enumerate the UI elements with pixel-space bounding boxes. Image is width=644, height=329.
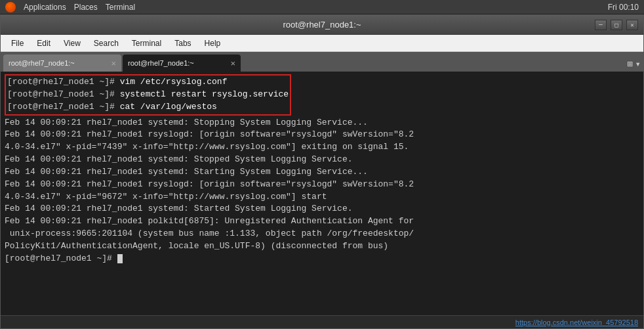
applications-menu[interactable]: Applications <box>24 3 66 12</box>
log-line-3: 4.0-34.el7" x-pid="7439" x-info="http://… <box>5 141 639 154</box>
tab-icons: ⊞ ▾ <box>627 58 641 72</box>
tab-screenshot-icon[interactable]: ⊞ <box>627 58 632 69</box>
terminal-body[interactable]: [root@rhel7_node1 ~]# vim /etc/rsyslog.c… <box>1 72 643 315</box>
log-line-2: Feb 14 00:09:21 rhel7_node1 rsyslogd: [o… <box>5 129 639 141</box>
log-line-4: Feb 14 00:09:21 rhel7_node1 systemd: Sto… <box>5 154 639 166</box>
menu-search[interactable]: Search <box>89 37 124 49</box>
highlighted-commands: [root@rhel7_node1 ~]# vim /etc/rsyslog.c… <box>5 74 291 116</box>
system-clock: Fri 00:10 <box>608 3 639 12</box>
final-prompt-line: [root@rhel7_node1 ~]# <box>5 253 639 265</box>
status-bar: https://blog.csdn.net/weixin_45792518 <box>1 315 643 328</box>
tab-2[interactable]: root@rhel7_node1:~ × <box>123 55 241 72</box>
menu-view[interactable]: View <box>58 37 86 49</box>
log-line-9: Feb 14 00:09:21 rhel7_node1 polkitd[6875… <box>5 215 639 228</box>
cmd-line-3: [root@rhel7_node1 ~]# cat /var/log/westo… <box>7 101 289 114</box>
minimize-button[interactable]: ─ <box>595 20 607 30</box>
log-line-1: Feb 14 00:09:21 rhel7_node1 systemd: Sto… <box>5 117 639 129</box>
cmd-line-1: [root@rhel7_node1 ~]# vim /etc/rsyslog.c… <box>7 76 289 89</box>
log-line-5: Feb 14 00:09:21 rhel7_node1 systemd: Sta… <box>5 166 639 179</box>
tab-1[interactable]: root@rhel7_node1:~ × <box>3 55 121 72</box>
tab-2-close[interactable]: × <box>230 59 235 68</box>
window-titlebar: root@rhel7_node1:~ ─ □ ✕ <box>1 15 643 35</box>
status-url: https://blog.csdn.net/weixin_45792518 <box>515 318 638 326</box>
close-button[interactable]: ✕ <box>626 20 638 30</box>
menu-tabs[interactable]: Tabs <box>169 37 196 49</box>
terminal-window: root@rhel7_node1:~ ─ □ ✕ File Edit View … <box>0 14 644 329</box>
tab-1-close[interactable]: × <box>111 59 116 68</box>
menu-edit[interactable]: Edit <box>31 37 56 49</box>
tab-2-label: root@rhel7_node1:~ <box>128 59 194 67</box>
os-logo <box>5 2 16 12</box>
terminal-menu[interactable]: Terminal <box>106 3 135 12</box>
tab-1-label: root@rhel7_node1:~ <box>9 59 75 67</box>
window-title: root@rhel7_node1:~ <box>283 20 361 30</box>
menu-terminal[interactable]: Terminal <box>127 37 167 49</box>
log-line-6: Feb 14 00:09:21 rhel7_node1 rsyslogd: [o… <box>5 179 639 191</box>
tab-dropdown-icon[interactable]: ▾ <box>635 58 641 69</box>
menu-bar: File Edit View Search Terminal Tabs Help <box>1 35 643 52</box>
tabs-bar: root@rhel7_node1:~ × root@rhel7_node1:~ … <box>1 52 643 72</box>
log-line-11: PolicyKit1/AuthenticationAgent, locale e… <box>5 240 639 253</box>
terminal-cursor <box>117 254 123 263</box>
maximize-button[interactable]: □ <box>611 20 622 30</box>
system-bar: Applications Places Terminal Fri 00:10 <box>0 0 644 14</box>
window-controls: ─ □ ✕ <box>595 20 638 30</box>
final-prompt: [root@rhel7_node1 ~]# <box>5 253 117 263</box>
log-line-7: 4.0-34.el7" x-pid="9672" x-info="http://… <box>5 191 639 204</box>
log-line-8: Feb 14 00:09:21 rhel7_node1 systemd: Sta… <box>5 203 639 215</box>
places-menu[interactable]: Places <box>74 3 98 12</box>
menu-help[interactable]: Help <box>199 37 226 49</box>
cmd-line-2: [root@rhel7_node1 ~]# systemctl restart … <box>7 89 289 101</box>
menu-file[interactable]: File <box>6 37 29 49</box>
log-line-10: unix-process:9665:201104 (system bus nam… <box>5 228 639 240</box>
